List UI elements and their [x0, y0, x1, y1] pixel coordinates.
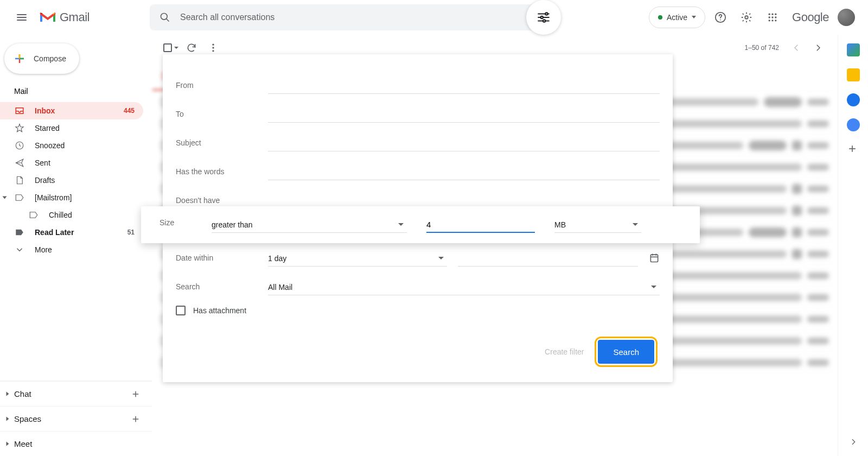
new-space-button[interactable] — [128, 411, 143, 427]
chevron-down-icon — [692, 16, 696, 18]
search-button-highlight: Search — [595, 337, 658, 367]
date-within-select[interactable]: 1 day — [268, 250, 447, 267]
sidebar-item-sent[interactable]: Sent — [0, 154, 143, 172]
sidebar-item-starred[interactable]: Starred — [0, 119, 143, 137]
svg-point-27 — [212, 47, 214, 48]
chevron-down-icon — [651, 286, 656, 288]
compose-button[interactable]: Compose — [4, 43, 79, 74]
search-scope-select[interactable]: All Mail — [268, 279, 660, 295]
status-label: Active — [667, 13, 687, 22]
subject-label: Subject — [176, 138, 257, 151]
calendar-icon[interactable] — [649, 252, 660, 263]
select-all-checkbox[interactable] — [161, 41, 181, 54]
account-avatar[interactable] — [838, 9, 855, 26]
sidebar-item-snoozed[interactable]: Snoozed — [0, 137, 143, 154]
to-label: To — [176, 110, 257, 123]
new-chat-button[interactable] — [128, 387, 143, 402]
svg-point-4 — [543, 20, 545, 22]
search-button[interactable]: Search — [598, 340, 654, 364]
svg-point-6 — [720, 19, 721, 20]
status-chip[interactable]: Active — [649, 7, 705, 28]
star-icon — [14, 123, 25, 134]
collapse-panel-button[interactable] — [846, 434, 861, 449]
to-input[interactable] — [268, 106, 660, 123]
svg-point-10 — [775, 13, 776, 15]
send-icon — [14, 157, 25, 168]
chevron-down-icon — [633, 223, 638, 226]
has-words-input[interactable] — [268, 164, 660, 180]
main-menu-button[interactable] — [9, 4, 35, 30]
sidebar-item-inbox[interactable]: Inbox 445 — [0, 102, 143, 119]
search-input[interactable] — [176, 12, 541, 22]
chevron-down-icon — [174, 47, 178, 49]
sidebar-item-more[interactable]: More — [0, 241, 143, 258]
tune-icon — [537, 10, 551, 24]
sidebar-item-drafts[interactable]: Drafts — [0, 172, 143, 189]
sidebar-item-read-later[interactable]: Read Later 51 — [0, 224, 143, 241]
google-logo: Google — [792, 10, 829, 24]
from-label: From — [176, 81, 257, 94]
label-icon — [14, 227, 25, 238]
has-attachment-label: Has attachment — [193, 306, 246, 315]
date-within-label: Date within — [176, 254, 257, 267]
keep-app-button[interactable] — [847, 68, 860, 81]
gmail-icon — [39, 11, 56, 24]
size-operator-select[interactable]: greater than — [212, 217, 407, 233]
sidebar-section-spaces[interactable]: Spaces — [0, 406, 152, 431]
side-panel — [838, 35, 868, 456]
refresh-icon — [186, 42, 197, 53]
svg-rect-32 — [650, 255, 658, 262]
checkbox-icon — [163, 43, 172, 52]
app-logo[interactable]: Gmail — [39, 10, 148, 24]
svg-point-9 — [771, 13, 773, 15]
search-bar[interactable] — [150, 4, 546, 30]
search-icon[interactable] — [154, 7, 176, 28]
help-button[interactable] — [710, 7, 731, 28]
svg-point-26 — [212, 44, 214, 46]
svg-point-11 — [769, 16, 770, 18]
search-options-button[interactable] — [526, 0, 561, 35]
svg-point-8 — [769, 13, 770, 15]
mail-section-header[interactable]: Mail — [0, 83, 152, 100]
app-header: Gmail Active Google — [0, 0, 868, 35]
contacts-app-button[interactable] — [847, 118, 860, 131]
next-page-button[interactable] — [807, 37, 829, 59]
label-icon — [28, 210, 39, 220]
search-scope-label: Search — [176, 282, 257, 295]
prev-page-button[interactable] — [786, 37, 807, 59]
add-app-button[interactable] — [847, 143, 860, 156]
inbox-icon — [14, 105, 25, 116]
svg-point-2 — [545, 12, 547, 15]
has-words-label: Has the words — [176, 167, 257, 180]
sidebar-section-chat[interactable]: Chat — [0, 381, 152, 406]
size-value-input[interactable] — [426, 217, 535, 233]
svg-point-28 — [212, 50, 214, 52]
label-icon — [14, 192, 25, 203]
gear-icon — [741, 11, 752, 23]
tasks-app-button[interactable] — [847, 93, 860, 106]
calendar-app-button[interactable] — [847, 43, 860, 56]
size-label: Size — [159, 218, 192, 231]
sidebar-section-meet[interactable]: Meet — [0, 431, 152, 456]
apps-button[interactable] — [762, 7, 783, 28]
svg-line-1 — [167, 18, 169, 21]
chevron-down-icon — [438, 257, 444, 259]
help-icon — [714, 11, 726, 23]
chevron-down-icon — [398, 223, 404, 226]
mail-section-label: Mail — [14, 87, 28, 96]
has-attachment-checkbox[interactable] — [176, 306, 186, 315]
sidebar-item-chilled[interactable]: Chilled — [0, 206, 143, 224]
sidebar-item-mailstrom[interactable]: [Mailstrom] — [0, 189, 143, 206]
from-input[interactable] — [268, 78, 660, 94]
settings-button[interactable] — [736, 7, 757, 28]
size-unit-select[interactable]: MB — [554, 217, 641, 233]
svg-point-13 — [775, 16, 776, 18]
header-actions: Active Google — [649, 7, 859, 28]
date-input[interactable] — [458, 250, 638, 267]
clock-icon — [14, 140, 25, 151]
subject-input[interactable] — [268, 135, 660, 151]
svg-point-0 — [161, 13, 168, 20]
app-name: Gmail — [60, 10, 90, 24]
create-filter-link[interactable]: Create filter — [545, 347, 584, 356]
draft-icon — [14, 175, 25, 186]
